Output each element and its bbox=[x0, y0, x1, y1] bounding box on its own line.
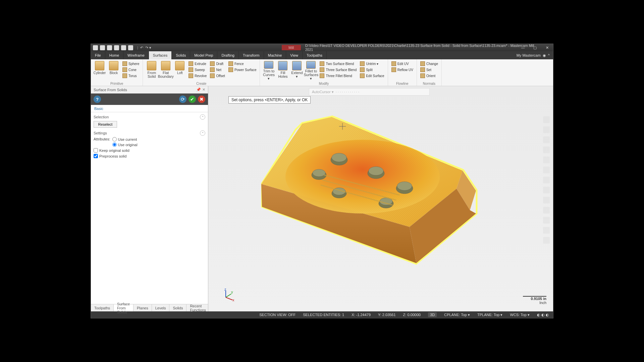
tab-model-prep[interactable]: Model Prep bbox=[190, 51, 217, 59]
cylinder-button[interactable]: Cylinder bbox=[93, 60, 106, 80]
clipboard-icon[interactable] bbox=[121, 45, 126, 50]
keep-original-checkbox[interactable]: Keep original solid bbox=[94, 148, 205, 153]
context-tab-mill[interactable]: Mill bbox=[282, 45, 301, 50]
save-as-icon[interactable] bbox=[107, 45, 112, 50]
wireframe-icon[interactable] bbox=[543, 187, 550, 193]
graphics-viewport[interactable]: AutoCursor ▾ · · · · · · · · · · · · Set… bbox=[208, 86, 553, 311]
untrim-button[interactable]: Untrim ▾ bbox=[359, 61, 385, 66]
rotate-icon[interactable] bbox=[543, 146, 550, 153]
two-surface-blend-button[interactable]: Two Surface Blend bbox=[318, 61, 358, 66]
fit-icon[interactable] bbox=[543, 136, 550, 143]
flat-boundary-button[interactable]: FlatBoundary bbox=[159, 60, 172, 80]
material-icon[interactable] bbox=[543, 227, 550, 234]
fill-holes-button[interactable]: FillHoles bbox=[276, 60, 289, 80]
qat-more-icon[interactable] bbox=[128, 45, 133, 50]
revolve-button[interactable]: Revolve bbox=[187, 73, 208, 78]
group-label: Primitive bbox=[91, 82, 143, 85]
sweep-button[interactable]: Sweep bbox=[187, 67, 208, 72]
tab-transform[interactable]: Transform bbox=[239, 51, 264, 59]
three-surface-blend-button[interactable]: Three Surface Blend bbox=[318, 67, 358, 72]
undo-icon[interactable]: ↶ bbox=[140, 46, 143, 50]
wcs-status[interactable]: WCS: Top ▾ bbox=[510, 313, 530, 317]
help-button[interactable]: ? bbox=[94, 96, 101, 103]
mode-3d[interactable]: 3D bbox=[428, 312, 437, 317]
svg-text:x: x bbox=[232, 298, 234, 301]
split-button[interactable]: Split bbox=[359, 67, 385, 72]
autocursor-dropdown[interactable]: AutoCursor ▾ bbox=[312, 90, 334, 94]
tab-surfaces[interactable]: Surfaces bbox=[149, 51, 172, 59]
view-icon[interactable] bbox=[543, 167, 550, 173]
cplane-status[interactable]: CPLANE: Top ▾ bbox=[444, 313, 470, 317]
tab-toolpaths[interactable]: Toolpaths bbox=[303, 51, 327, 59]
draft-button[interactable]: Draft bbox=[209, 61, 226, 66]
section-icon[interactable] bbox=[543, 207, 550, 214]
net-button[interactable]: Net bbox=[209, 67, 226, 72]
reselect-button[interactable]: Reselect bbox=[94, 121, 117, 128]
collapse-ribbon-icon[interactable]: ^ bbox=[548, 53, 550, 57]
change-button[interactable]: Change bbox=[419, 61, 439, 66]
edit-uv-button[interactable]: Edit UV bbox=[390, 61, 415, 66]
collapse-icon[interactable]: ⌃ bbox=[200, 114, 205, 120]
cancel-button[interactable]: ✖ bbox=[198, 96, 205, 103]
selection-toolbar[interactable]: AutoCursor ▾ · · · · · · · · · · · · bbox=[309, 88, 430, 96]
loft-button[interactable]: Loft bbox=[173, 60, 186, 80]
zoom-in-icon[interactable] bbox=[543, 116, 550, 123]
tab-machine[interactable]: Machine bbox=[264, 51, 286, 59]
redo-icon[interactable]: ↷ ▾ bbox=[145, 46, 151, 50]
tab-wireframe[interactable]: Wireframe bbox=[123, 51, 149, 59]
panel-close-icon[interactable]: ✕ bbox=[202, 87, 205, 92]
translucent-icon[interactable] bbox=[543, 217, 550, 224]
section-view-status[interactable]: SECTION VIEW: OFF bbox=[259, 313, 296, 317]
edit-uv-icon bbox=[391, 61, 396, 66]
three-fillet-blend-button[interactable]: Three Fillet Blend bbox=[318, 73, 358, 78]
ok-new-button[interactable]: ⟳ bbox=[179, 96, 186, 103]
bottom-tab-solids[interactable]: Solids bbox=[169, 304, 186, 311]
svg-text:y: y bbox=[231, 290, 233, 294]
tab-file[interactable]: File bbox=[91, 51, 105, 59]
tab-solids[interactable]: Solids bbox=[172, 51, 190, 59]
offset-button[interactable]: Offset bbox=[209, 73, 226, 78]
ok-button[interactable]: ✔ bbox=[189, 96, 196, 103]
basic-tab[interactable]: Basic bbox=[91, 105, 208, 112]
orient-button[interactable]: Orient bbox=[419, 73, 439, 78]
edit-surface-button[interactable]: Edit Surface bbox=[359, 73, 385, 78]
save-icon[interactable] bbox=[100, 45, 105, 50]
reflow-uv-button[interactable]: Reflow UV bbox=[390, 67, 415, 72]
sphere-button[interactable]: Sphere bbox=[121, 61, 141, 66]
trim-to-curves-button[interactable]: Trim toCurves ▾ bbox=[262, 60, 275, 80]
from-solid-button[interactable]: FromSolid bbox=[145, 60, 158, 80]
torus-button[interactable]: Torus bbox=[121, 73, 141, 78]
print-icon[interactable] bbox=[114, 45, 119, 50]
extrude-button[interactable]: Extrude bbox=[187, 61, 208, 66]
fence-button[interactable]: Fence bbox=[227, 61, 258, 66]
cone-button[interactable]: Cone bbox=[121, 67, 141, 72]
new-file-icon[interactable] bbox=[93, 45, 98, 50]
tplane-status[interactable]: TPLANE: Top ▾ bbox=[477, 313, 503, 317]
use-current-radio[interactable]: Use current bbox=[112, 137, 138, 141]
stop-icon[interactable] bbox=[543, 237, 550, 244]
my-mastercam[interactable]: My Mastercam◉^ bbox=[513, 51, 553, 59]
tab-view[interactable]: View bbox=[286, 51, 303, 59]
set-button[interactable]: Set bbox=[419, 67, 439, 72]
pin-icon[interactable]: 📌 bbox=[196, 87, 201, 92]
zoom-window-icon[interactable] bbox=[543, 126, 550, 133]
bottom-tab-levels[interactable]: Levels bbox=[152, 304, 170, 311]
bottom-tab-recent[interactable]: Recent Functions bbox=[186, 304, 210, 311]
tab-home[interactable]: Home bbox=[105, 51, 123, 59]
use-original-radio[interactable]: Use original bbox=[112, 142, 138, 147]
status-icons[interactable]: ◐ ◐ ◐ bbox=[537, 313, 549, 317]
extend-button[interactable]: Extend▾ bbox=[290, 60, 304, 80]
preprocess-checkbox[interactable]: Preprocess solid bbox=[94, 154, 205, 158]
bottom-tab-surface-from-solids[interactable]: Surface From Solids bbox=[114, 304, 133, 311]
bottom-tab-planes[interactable]: Planes bbox=[133, 304, 152, 311]
hidden-icon[interactable] bbox=[543, 197, 550, 203]
block-button[interactable]: Block bbox=[107, 60, 120, 80]
pan-icon[interactable] bbox=[543, 157, 550, 163]
fillet-to-surfaces-button[interactable]: Fillet toSurfaces ▾ bbox=[304, 60, 318, 80]
collapse-icon[interactable]: ⌃ bbox=[200, 130, 205, 136]
close-button[interactable]: ✕ bbox=[541, 44, 553, 51]
bottom-tab-toolpaths[interactable]: Toolpaths bbox=[91, 304, 114, 311]
power-surface-button[interactable]: Power Surface bbox=[227, 67, 258, 72]
tab-drafting[interactable]: Drafting bbox=[217, 51, 239, 59]
shade-icon[interactable] bbox=[543, 177, 550, 183]
